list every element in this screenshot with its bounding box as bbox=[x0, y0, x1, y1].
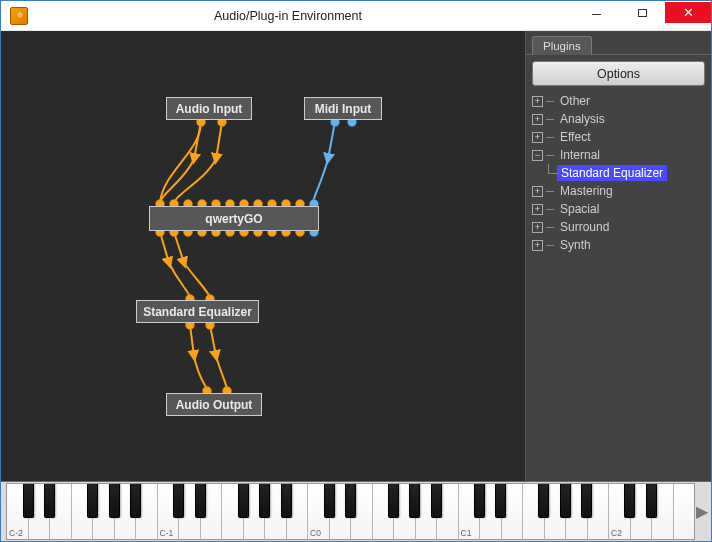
piano-note-label: C1 bbox=[461, 528, 472, 538]
node-standard-equalizer[interactable]: Standard Equalizer bbox=[136, 300, 259, 323]
close-button[interactable]: ✕ bbox=[665, 2, 711, 23]
expand-icon[interactable] bbox=[532, 204, 543, 215]
piano-black-key[interactable] bbox=[281, 484, 292, 518]
piano-black-key[interactable] bbox=[624, 484, 635, 518]
tree-label: Mastering bbox=[557, 183, 616, 199]
expand-icon[interactable] bbox=[532, 132, 543, 143]
piano-black-key[interactable] bbox=[173, 484, 184, 518]
collapse-icon[interactable] bbox=[532, 150, 543, 161]
node-audio-input[interactable]: Audio Input bbox=[166, 97, 252, 120]
piano-black-key[interactable] bbox=[44, 484, 55, 518]
tree-label: Analysis bbox=[557, 111, 608, 127]
node-midi-input[interactable]: Midi Input bbox=[304, 97, 382, 120]
piano-white-key[interactable] bbox=[674, 484, 695, 539]
piano-note-label: C2 bbox=[611, 528, 622, 538]
tree-item-spacial[interactable]: Spacial bbox=[528, 200, 709, 218]
minimize-icon bbox=[592, 14, 601, 15]
node-audio-output[interactable]: Audio Output bbox=[166, 393, 262, 416]
window-buttons: ✕ bbox=[573, 1, 711, 30]
graph-svg bbox=[1, 31, 525, 481]
tree-item-internal-standard-equalizer[interactable]: Standard Equalizer bbox=[528, 164, 709, 182]
expand-icon[interactable] bbox=[532, 114, 543, 125]
piano-black-key[interactable] bbox=[23, 484, 34, 518]
expand-icon[interactable] bbox=[532, 240, 543, 251]
tree-label: Spacial bbox=[557, 201, 602, 217]
tree-item-surround[interactable]: Surround bbox=[528, 218, 709, 236]
close-icon: ✕ bbox=[683, 5, 694, 20]
piano-black-key[interactable] bbox=[87, 484, 98, 518]
piano-black-key[interactable] bbox=[538, 484, 549, 518]
piano-black-key[interactable] bbox=[130, 484, 141, 518]
piano-black-key[interactable] bbox=[109, 484, 120, 518]
graph-pane[interactable]: Audio Input Midi Input qwertyGO Standard… bbox=[1, 31, 525, 481]
tree-item-internal[interactable]: Internal bbox=[528, 146, 709, 164]
piano-black-key[interactable] bbox=[409, 484, 420, 518]
tree-label: Synth bbox=[557, 237, 594, 253]
piano-black-key[interactable] bbox=[345, 484, 356, 518]
piano-black-key[interactable] bbox=[581, 484, 592, 518]
expand-icon[interactable] bbox=[532, 186, 543, 197]
piano-black-key[interactable] bbox=[646, 484, 657, 518]
window: Audio/Plug-in Environment ✕ bbox=[0, 0, 712, 542]
client-area: Audio Input Midi Input qwertyGO Standard… bbox=[1, 31, 711, 481]
options-button[interactable]: Options bbox=[532, 61, 705, 86]
plugin-tree[interactable]: Other Analysis Effect Internal Standard … bbox=[526, 90, 711, 256]
piano-black-key[interactable] bbox=[431, 484, 442, 518]
maximize-button[interactable] bbox=[619, 2, 665, 23]
piano-black-key[interactable] bbox=[560, 484, 571, 518]
maximize-icon bbox=[638, 9, 647, 17]
piano-black-key[interactable] bbox=[195, 484, 206, 518]
app-icon bbox=[10, 7, 28, 25]
piano-note-label: C0 bbox=[310, 528, 321, 538]
tree-item-other[interactable]: Other bbox=[528, 92, 709, 110]
piano-black-key[interactable] bbox=[474, 484, 485, 518]
tree-item-mastering[interactable]: Mastering bbox=[528, 182, 709, 200]
tree-item-analysis[interactable]: Analysis bbox=[528, 110, 709, 128]
tab-row: Plugins bbox=[526, 31, 711, 55]
tab-plugins[interactable]: Plugins bbox=[532, 36, 592, 55]
tree-item-effect[interactable]: Effect bbox=[528, 128, 709, 146]
node-audio-input-label: Audio Input bbox=[176, 102, 243, 116]
piano-scroll-right-icon[interactable]: ▶ bbox=[696, 482, 708, 541]
tree-label: Internal bbox=[557, 147, 603, 163]
window-title: Audio/Plug-in Environment bbox=[33, 9, 573, 23]
node-midi-input-label: Midi Input bbox=[315, 102, 372, 116]
tree-label: Other bbox=[557, 93, 593, 109]
tree-item-synth[interactable]: Synth bbox=[528, 236, 709, 254]
tree-label: Surround bbox=[557, 219, 612, 235]
piano-black-key[interactable] bbox=[238, 484, 249, 518]
tree-elbow-icon bbox=[543, 164, 557, 182]
expand-icon[interactable] bbox=[532, 96, 543, 107]
app-icon-slot bbox=[5, 2, 33, 30]
tree-child-label: Standard Equalizer bbox=[557, 165, 667, 181]
node-qwertygo[interactable]: qwertyGO bbox=[149, 206, 319, 231]
piano-black-key[interactable] bbox=[259, 484, 270, 518]
node-standard-equalizer-label: Standard Equalizer bbox=[143, 305, 252, 319]
minimize-button[interactable] bbox=[573, 2, 619, 23]
options-button-label: Options bbox=[597, 67, 640, 81]
titlebar[interactable]: Audio/Plug-in Environment ✕ bbox=[1, 1, 711, 31]
expand-icon[interactable] bbox=[532, 222, 543, 233]
side-pane: Plugins Options Other Analysis Effect In… bbox=[525, 31, 711, 481]
piano-note-label: C-1 bbox=[160, 528, 174, 538]
piano-footer: C-2C-1C0C1C2 ▶ bbox=[1, 481, 711, 541]
piano-black-key[interactable] bbox=[495, 484, 506, 518]
node-audio-output-label: Audio Output bbox=[176, 398, 253, 412]
piano-black-key[interactable] bbox=[324, 484, 335, 518]
tree-label: Effect bbox=[557, 129, 593, 145]
tab-plugins-label: Plugins bbox=[543, 40, 581, 52]
piano-black-key[interactable] bbox=[388, 484, 399, 518]
node-qwertygo-label: qwertyGO bbox=[205, 212, 262, 226]
piano-note-label: C-2 bbox=[9, 528, 23, 538]
